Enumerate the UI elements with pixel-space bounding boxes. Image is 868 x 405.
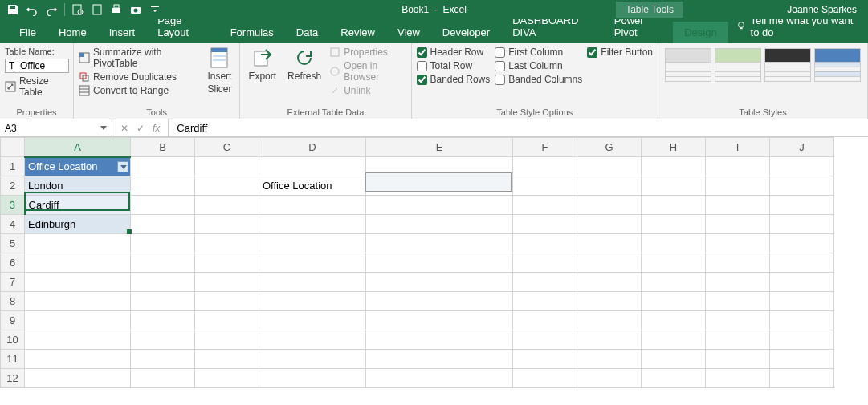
refresh-button[interactable]: Refresh	[284, 47, 324, 106]
style-thumb[interactable]	[814, 48, 861, 82]
resize-table-button[interactable]: Resize Table	[5, 75, 68, 98]
cell-D9[interactable]	[259, 311, 366, 330]
fill-handle[interactable]	[127, 229, 132, 234]
cell-B5[interactable]	[131, 234, 195, 253]
cell-A12[interactable]	[25, 369, 131, 388]
cell-G3[interactable]	[577, 196, 642, 215]
cell-C7[interactable]	[195, 273, 259, 292]
cell-J10[interactable]	[770, 330, 834, 350]
row-header[interactable]: 1	[1, 157, 25, 176]
cell-F11[interactable]	[513, 350, 577, 369]
cell-D11[interactable]	[259, 350, 366, 369]
styles-gallery[interactable]	[663, 47, 862, 83]
cell-G8[interactable]	[577, 292, 642, 311]
cell-C12[interactable]	[195, 369, 259, 388]
tab-view[interactable]: View	[386, 22, 431, 43]
cell-J12[interactable]	[770, 369, 834, 388]
cell-H4[interactable]	[642, 215, 706, 234]
cell-F7[interactable]	[513, 273, 577, 292]
cell-D7[interactable]	[259, 273, 366, 292]
cell-A5[interactable]	[25, 234, 131, 253]
cell-J4[interactable]	[770, 215, 834, 234]
cell-H8[interactable]	[642, 292, 706, 311]
cell-B8[interactable]	[131, 292, 195, 311]
column-header[interactable]: E	[366, 138, 513, 157]
cell-J9[interactable]	[770, 311, 834, 330]
cell-E5[interactable]	[366, 234, 513, 253]
cell-I8[interactable]	[706, 292, 770, 311]
cell-D3[interactable]	[259, 196, 366, 215]
cell-E4[interactable]	[366, 215, 513, 234]
cell-C11[interactable]	[195, 350, 259, 369]
style-thumb[interactable]	[665, 48, 711, 82]
tab-developer[interactable]: Developer	[431, 22, 501, 43]
row-header[interactable]: 3	[1, 196, 25, 215]
cell-F8[interactable]	[513, 292, 577, 311]
cell-I2[interactable]	[706, 176, 770, 196]
cell-E12[interactable]	[366, 369, 513, 388]
cell-C1[interactable]	[195, 157, 259, 176]
cell-F10[interactable]	[513, 330, 577, 350]
cell-D6[interactable]	[259, 253, 366, 273]
cell-G4[interactable]	[577, 215, 642, 234]
name-box[interactable]: A3	[0, 119, 112, 136]
cell-G12[interactable]	[577, 369, 642, 388]
cell-G6[interactable]	[577, 253, 642, 273]
cell-E1[interactable]	[366, 157, 513, 176]
export-button[interactable]: Export	[245, 47, 279, 106]
cell-H12[interactable]	[642, 369, 706, 388]
cell-A6[interactable]	[25, 253, 131, 273]
column-header[interactable]: H	[642, 138, 706, 157]
row-header[interactable]: 6	[1, 253, 25, 273]
cell-E7[interactable]	[366, 273, 513, 292]
cell-I5[interactable]	[706, 234, 770, 253]
insert-slicer-button[interactable]: Insert Slicer	[204, 47, 234, 106]
cell-A10[interactable]	[25, 330, 131, 350]
cell-A7[interactable]	[25, 273, 131, 292]
cell-B1[interactable]	[131, 157, 195, 176]
tab-insert[interactable]: Insert	[98, 22, 147, 43]
cell-F12[interactable]	[513, 369, 577, 388]
cell-B11[interactable]	[131, 350, 195, 369]
cell-J1[interactable]	[770, 157, 834, 176]
row-header[interactable]: 8	[1, 292, 25, 311]
cell-H10[interactable]	[642, 330, 706, 350]
select-all-corner[interactable]	[1, 138, 25, 157]
cell-F4[interactable]	[513, 215, 577, 234]
formula-value[interactable]: Cardiff	[169, 119, 868, 136]
cell-B7[interactable]	[131, 273, 195, 292]
row-header[interactable]: 4	[1, 215, 25, 234]
cell-J11[interactable]	[770, 350, 834, 369]
row-header[interactable]: 5	[1, 234, 25, 253]
cell-G9[interactable]	[577, 311, 642, 330]
tab-file[interactable]: File	[8, 22, 47, 43]
worksheet-grid[interactable]: ABCDEFGHIJ1Office Location2LondonOffice …	[0, 137, 868, 388]
cell-E11[interactable]	[366, 350, 513, 369]
save-icon[interactable]	[6, 3, 19, 16]
cell-I10[interactable]	[706, 330, 770, 350]
cell-H6[interactable]	[642, 253, 706, 273]
quick-print-icon[interactable]	[110, 3, 123, 16]
cell-B10[interactable]	[131, 330, 195, 350]
cell-I12[interactable]	[706, 369, 770, 388]
style-thumb[interactable]	[715, 48, 761, 82]
cell-C8[interactable]	[195, 292, 259, 311]
cell-E6[interactable]	[366, 253, 513, 273]
tab-review[interactable]: Review	[329, 22, 386, 43]
camera-icon[interactable]	[129, 3, 142, 16]
row-header[interactable]: 2	[1, 176, 25, 196]
cell-A11[interactable]	[25, 350, 131, 369]
row-header[interactable]: 10	[1, 330, 25, 350]
tab-formulas[interactable]: Formulas	[219, 22, 285, 43]
cell-A2[interactable]: London	[25, 176, 131, 196]
cell-H9[interactable]	[642, 311, 706, 330]
tab-home[interactable]: Home	[47, 22, 98, 43]
cell-E8[interactable]	[366, 292, 513, 311]
table-name-input[interactable]	[5, 59, 69, 73]
cell-A8[interactable]	[25, 292, 131, 311]
cell-J6[interactable]	[770, 253, 834, 273]
chk-total-row[interactable]: Total Row	[417, 60, 491, 71]
cell-G2[interactable]	[577, 176, 642, 196]
chk-first-column[interactable]: First Column	[495, 47, 582, 58]
column-header[interactable]: G	[577, 138, 642, 157]
